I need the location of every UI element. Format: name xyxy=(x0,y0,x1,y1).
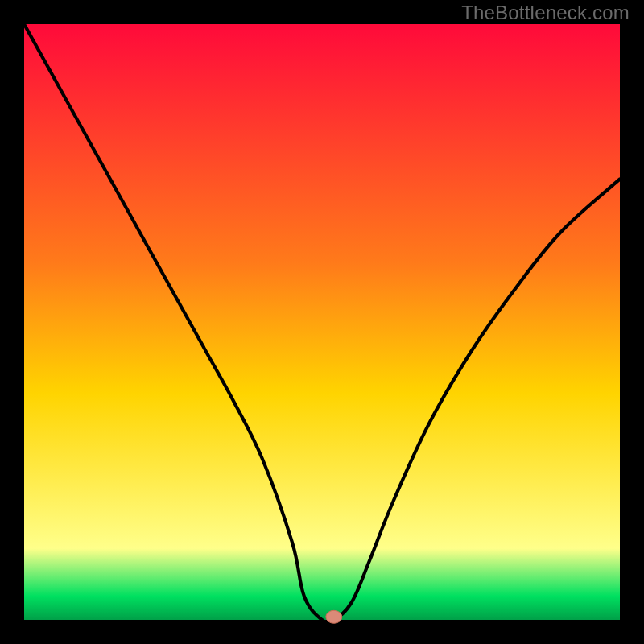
plot-area xyxy=(24,24,620,620)
chart-frame: TheBottleneck.com xyxy=(0,0,644,644)
optimum-marker xyxy=(326,610,342,623)
bottleneck-chart xyxy=(0,0,644,644)
watermark-text: TheBottleneck.com xyxy=(461,2,630,24)
